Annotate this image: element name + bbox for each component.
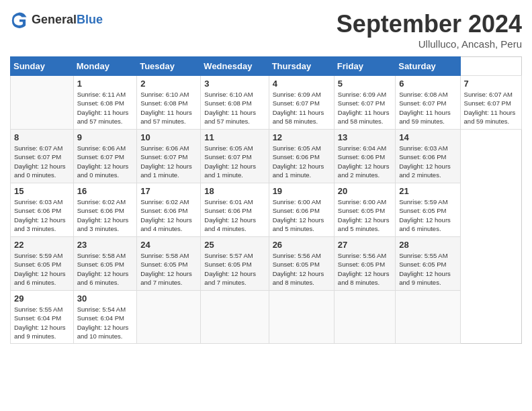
column-header-wednesday: Wednesday [201,57,269,76]
day-info: Sunrise: 5:55 AMSunset: 6:04 PMDaylight:… [14,305,70,340]
day-info: Sunrise: 6:03 AMSunset: 6:06 PMDaylight:… [399,144,456,179]
day-number: 4 [273,79,330,89]
calendar-header-row: SundayMondayTuesdayWednesdayThursdayFrid… [11,57,522,76]
calendar-cell: 22 Sunrise: 5:59 AMSunset: 6:05 PMDaylig… [11,237,74,291]
column-header-friday: Friday [334,57,395,76]
calendar-cell: 3 Sunrise: 6:10 AMSunset: 6:08 PMDayligh… [201,76,269,130]
day-number: 26 [273,240,330,250]
day-info: Sunrise: 6:09 AMSunset: 6:07 PMDaylight:… [338,90,392,126]
day-number: 25 [204,240,265,250]
day-info: Sunrise: 6:11 AMSunset: 6:08 PMDaylight:… [77,90,133,126]
column-header-thursday: Thursday [269,57,334,76]
calendar-cell: 15 Sunrise: 6:03 AMSunset: 6:06 PMDaylig… [11,183,74,237]
calendar-cell [201,291,269,344]
day-number: 27 [338,240,392,250]
empty-cell [11,76,74,130]
day-info: Sunrise: 5:59 AMSunset: 6:05 PMDaylight:… [14,251,70,287]
day-info: Sunrise: 6:02 AMSunset: 6:06 PMDaylight:… [140,197,197,233]
day-number: 7 [464,79,518,89]
calendar-cell: 9 Sunrise: 6:06 AMSunset: 6:07 PMDayligh… [73,130,136,183]
calendar-cell: 20 Sunrise: 6:00 AMSunset: 6:05 PMDaylig… [334,183,395,237]
day-info: Sunrise: 6:05 AMSunset: 6:07 PMDaylight:… [204,144,265,179]
day-info: Sunrise: 6:04 AMSunset: 6:06 PMDaylight:… [338,144,392,179]
calendar-cell: 1 Sunrise: 6:11 AMSunset: 6:08 PMDayligh… [73,76,136,130]
column-header-tuesday: Tuesday [137,57,201,76]
day-info: Sunrise: 6:10 AMSunset: 6:08 PMDaylight:… [204,90,265,126]
day-number: 15 [14,186,70,196]
logo-text-blue: Blue [77,13,103,26]
day-number: 9 [77,132,133,142]
day-number: 14 [399,132,456,142]
calendar-cell: 2 Sunrise: 6:10 AMSunset: 6:08 PMDayligh… [137,76,201,130]
day-info: Sunrise: 6:07 AMSunset: 6:07 PMDaylight:… [14,144,70,179]
calendar-cell [396,291,460,344]
calendar-cell: 19 Sunrise: 6:00 AMSunset: 6:06 PMDaylig… [269,183,334,237]
day-number: 1 [77,79,133,89]
day-info: Sunrise: 6:03 AMSunset: 6:06 PMDaylight:… [14,197,70,233]
calendar-cell: 8 Sunrise: 6:07 AMSunset: 6:07 PMDayligh… [11,130,74,183]
day-info: Sunrise: 6:02 AMSunset: 6:06 PMDaylight:… [77,197,133,233]
calendar-cell: 16 Sunrise: 6:02 AMSunset: 6:06 PMDaylig… [73,183,136,237]
location: Ullulluco, Ancash, Peru [337,38,522,50]
day-number: 6 [399,79,456,89]
calendar-cell: 6 Sunrise: 6:08 AMSunset: 6:07 PMDayligh… [396,76,460,130]
calendar-cell: 24 Sunrise: 5:58 AMSunset: 6:05 PMDaylig… [137,237,201,291]
calendar-cell: 26 Sunrise: 5:56 AMSunset: 6:05 PMDaylig… [269,237,334,291]
day-number: 5 [338,79,392,89]
day-number: 21 [399,186,456,196]
calendar-cell [334,291,395,344]
calendar-cell: 7 Sunrise: 6:07 AMSunset: 6:07 PMDayligh… [460,76,521,130]
calendar-week-row: 29 Sunrise: 5:55 AMSunset: 6:04 PMDaylig… [11,291,522,344]
day-info: Sunrise: 6:10 AMSunset: 6:08 PMDaylight:… [140,90,197,126]
day-number: 28 [399,240,456,250]
day-info: Sunrise: 6:00 AMSunset: 6:05 PMDaylight:… [338,197,392,233]
calendar-table: SundayMondayTuesdayWednesdayThursdayFrid… [10,56,522,344]
calendar-cell: 10 Sunrise: 6:06 AMSunset: 6:07 PMDaylig… [137,130,201,183]
column-header-saturday: Saturday [396,57,460,76]
day-number: 3 [204,79,265,89]
column-header-monday: Monday [73,57,136,76]
day-number: 30 [77,293,133,304]
day-info: Sunrise: 5:58 AMSunset: 6:05 PMDaylight:… [140,251,197,287]
day-number: 2 [140,79,197,89]
calendar-cell: 18 Sunrise: 6:01 AMSunset: 6:06 PMDaylig… [201,183,269,237]
calendar-week-row: 1 Sunrise: 6:11 AMSunset: 6:08 PMDayligh… [11,76,522,130]
day-info: Sunrise: 6:08 AMSunset: 6:07 PMDaylight:… [399,90,456,126]
calendar-cell: 5 Sunrise: 6:09 AMSunset: 6:07 PMDayligh… [334,76,395,130]
calendar-cell: 25 Sunrise: 5:57 AMSunset: 6:05 PMDaylig… [201,237,269,291]
day-number: 23 [77,240,133,250]
calendar-cell: 30 Sunrise: 5:54 AMSunset: 6:04 PMDaylig… [73,291,136,344]
day-number: 13 [338,132,392,142]
calendar-cell: 23 Sunrise: 5:58 AMSunset: 6:05 PMDaylig… [73,237,136,291]
day-number: 11 [204,132,265,142]
calendar-cell: 17 Sunrise: 6:02 AMSunset: 6:06 PMDaylig… [137,183,201,237]
day-info: Sunrise: 5:56 AMSunset: 6:05 PMDaylight:… [273,251,330,287]
day-number: 29 [14,293,70,304]
logo-icon [10,10,29,29]
calendar-cell: 27 Sunrise: 5:56 AMSunset: 6:05 PMDaylig… [334,237,395,291]
day-info: Sunrise: 6:06 AMSunset: 6:07 PMDaylight:… [77,144,133,179]
day-number: 12 [273,132,330,142]
day-info: Sunrise: 6:00 AMSunset: 6:06 PMDaylight:… [273,197,330,233]
calendar-cell: 21 Sunrise: 5:59 AMSunset: 6:05 PMDaylig… [396,183,460,237]
calendar-cell: 29 Sunrise: 5:55 AMSunset: 6:04 PMDaylig… [11,291,74,344]
calendar-cell: 13 Sunrise: 6:04 AMSunset: 6:06 PMDaylig… [334,130,395,183]
day-info: Sunrise: 5:57 AMSunset: 6:05 PMDaylight:… [204,251,265,287]
day-number: 16 [77,186,133,196]
day-info: Sunrise: 5:55 AMSunset: 6:05 PMDaylight:… [399,251,456,287]
calendar-week-row: 15 Sunrise: 6:03 AMSunset: 6:06 PMDaylig… [11,183,522,237]
calendar-cell: 14 Sunrise: 6:03 AMSunset: 6:06 PMDaylig… [396,130,460,183]
calendar-cell: 28 Sunrise: 5:55 AMSunset: 6:05 PMDaylig… [396,237,460,291]
day-info: Sunrise: 5:59 AMSunset: 6:05 PMDaylight:… [399,197,456,233]
day-number: 20 [338,186,392,196]
day-info: Sunrise: 6:05 AMSunset: 6:06 PMDaylight:… [273,144,330,179]
calendar-cell: 4 Sunrise: 6:09 AMSunset: 6:07 PMDayligh… [269,76,334,130]
day-info: Sunrise: 6:06 AMSunset: 6:07 PMDaylight:… [140,144,197,179]
calendar-cell [137,291,201,344]
day-info: Sunrise: 5:54 AMSunset: 6:04 PMDaylight:… [77,305,133,340]
title-block: September 2024 Ullulluco, Ancash, Peru [337,10,522,50]
page-header: GeneralBlue September 2024 Ullulluco, An… [10,10,522,50]
day-number: 18 [204,186,265,196]
calendar-week-row: 8 Sunrise: 6:07 AMSunset: 6:07 PMDayligh… [11,130,522,183]
day-info: Sunrise: 6:09 AMSunset: 6:07 PMDaylight:… [273,90,330,126]
